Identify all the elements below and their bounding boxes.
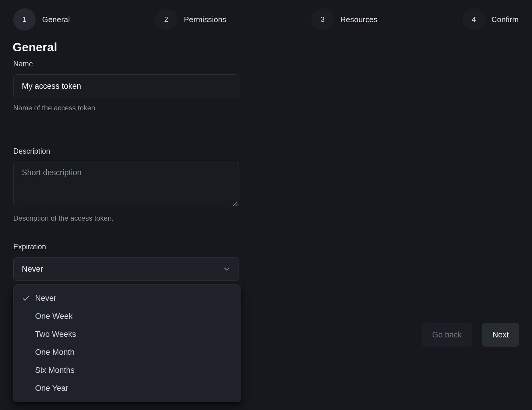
option-one-week[interactable]: One Week <box>14 307 241 325</box>
option-one-year[interactable]: One Year <box>14 379 241 397</box>
step-label: Resources <box>340 15 377 24</box>
option-never[interactable]: Never <box>14 289 241 307</box>
option-label: Never <box>35 294 56 303</box>
step-number-badge: 4 <box>463 8 485 31</box>
option-label: One Year <box>35 384 68 393</box>
option-two-weeks[interactable]: Two Weeks <box>14 325 241 343</box>
step-label: General <box>42 15 70 24</box>
expiration-dropdown-menu: Never One Week Two Weeks One Month Six M… <box>13 284 241 402</box>
option-label: Two Weeks <box>35 330 76 339</box>
option-label: One Week <box>35 312 73 321</box>
page-title: General <box>13 41 57 54</box>
description-field-wrap <box>13 161 239 207</box>
name-help-text: Name of the access token. <box>13 104 97 112</box>
go-back-button[interactable]: Go back <box>422 323 472 347</box>
name-input[interactable] <box>13 74 239 98</box>
next-button[interactable]: Next <box>482 323 519 347</box>
option-label: Six Months <box>35 366 75 375</box>
option-six-months[interactable]: Six Months <box>14 361 241 379</box>
option-label: One Month <box>35 348 75 357</box>
stepper-step-general[interactable]: 1 General <box>13 8 70 31</box>
wizard-stepper: 1 General 2 Permissions 3 Resources 4 Co… <box>13 8 519 31</box>
stepper-step-resources[interactable]: 3 Resources <box>311 8 377 31</box>
expiration-selected-value: Never <box>22 265 43 274</box>
name-label: Name <box>13 60 33 68</box>
description-textarea[interactable] <box>13 161 239 207</box>
option-one-month[interactable]: One Month <box>14 343 241 361</box>
step-number-badge: 3 <box>311 8 334 31</box>
expiration-select[interactable]: Never <box>13 257 239 281</box>
description-label: Description <box>13 147 50 155</box>
stepper-step-confirm[interactable]: 4 Confirm <box>463 8 519 31</box>
step-number-badge: 2 <box>155 8 178 31</box>
step-number-badge: 1 <box>13 8 36 31</box>
resize-grip-icon[interactable] <box>232 201 238 206</box>
check-icon <box>22 294 35 302</box>
step-label: Permissions <box>184 15 226 24</box>
expiration-label: Expiration <box>13 242 46 251</box>
step-label: Confirm <box>492 15 519 24</box>
stepper-step-permissions[interactable]: 2 Permissions <box>155 8 226 31</box>
chevron-down-icon <box>223 265 231 273</box>
description-help-text: Description of the access token. <box>13 214 114 222</box>
access-token-wizard: { "stepper": { "steps": [ {"number": "1"… <box>0 0 532 410</box>
